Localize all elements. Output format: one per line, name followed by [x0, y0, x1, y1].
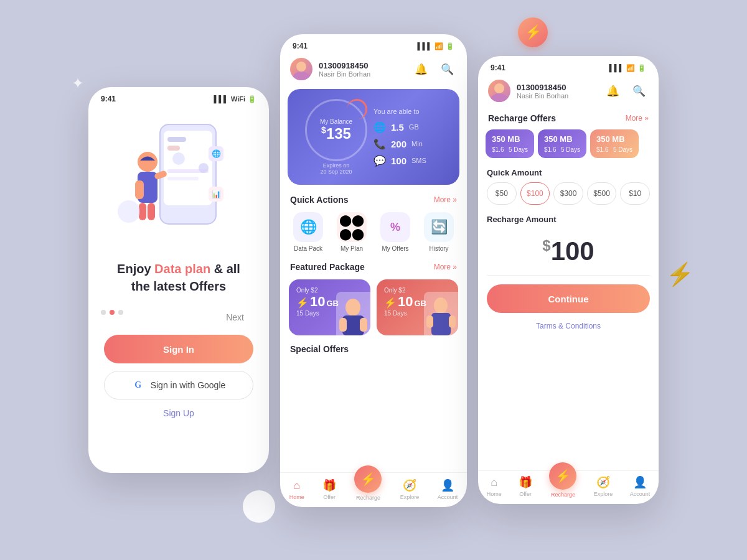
svg-point-7 — [138, 152, 157, 172]
offer-chip-1[interactable]: 350 MB $1.6 5 Days — [486, 129, 534, 158]
offer-chip-2[interactable]: 350 MB $1.6 5 Days — [538, 129, 586, 158]
dots-next-row: Next — [88, 310, 269, 325]
offer-chip-2-details: $1.6 5 Days — [544, 146, 580, 153]
quick-actions-more[interactable]: More » — [434, 195, 457, 204]
svg-point-31 — [494, 83, 504, 93]
search-icon-3[interactable]: 🔍 — [629, 81, 649, 101]
offer-chip-1-mb: 350 MB — [492, 134, 528, 144]
signin-button[interactable]: Sign In — [104, 335, 253, 363]
nav-explore-3[interactable]: 🧭 Explore — [594, 475, 613, 497]
terms-link[interactable]: Tarms & Conditions — [478, 322, 659, 330]
recharge-dollar-sign: $ — [542, 237, 550, 254]
nav-recharge-3[interactable]: ⚡ Recharge — [549, 475, 576, 498]
user-name-2: Nasir Bin Borhan — [319, 70, 370, 78]
nav-explore-2[interactable]: 🧭 Explore — [400, 478, 420, 500]
offer-chip-1-price: $1.6 — [492, 146, 504, 153]
balance-right: You are able to 🌐 1.5 GB 📞 200 Min 💬 100… — [374, 108, 448, 167]
svg-rect-29 — [426, 315, 433, 328]
svg-rect-6 — [167, 177, 199, 180]
nav-home-label-2: Home — [289, 494, 304, 500]
notification-icon-3[interactable]: 🔔 — [603, 81, 622, 101]
header-icons-2[interactable]: 🔔 🔍 — [411, 59, 457, 79]
signal-icon-2: ▌▌▌ — [418, 42, 432, 50]
recharge-amount-section: Recharge Amount $100 — [478, 210, 659, 276]
search-icon-2[interactable]: 🔍 — [437, 59, 457, 79]
home-icon-3: ⌂ — [491, 476, 497, 489]
account-icon-2: 👤 — [441, 478, 454, 492]
nav-offer-2[interactable]: 🎁 Offer — [322, 478, 336, 500]
notification-icon-2[interactable]: 🔔 — [411, 59, 431, 79]
minutes-unit: Min — [411, 140, 423, 147]
amount-100[interactable]: $100 — [520, 182, 550, 205]
nav-offer-3[interactable]: 🎁 Offer — [519, 475, 532, 497]
wifi-icon-2: 📶 — [435, 42, 443, 50]
next-button[interactable]: Next — [226, 312, 256, 322]
wifi-icon-1: WiFi — [231, 95, 245, 103]
nav-recharge-2[interactable]: ⚡ Recharge — [354, 478, 382, 501]
nav-explore-label-3: Explore — [594, 491, 613, 497]
data-gb-value: 1.5 — [391, 122, 404, 133]
avatar-3 — [488, 80, 510, 102]
offer-chip-3[interactable]: 350 MB $1.6 5 Days — [590, 129, 639, 158]
action-data-pack-label: Data Pack — [294, 245, 322, 252]
balance-label: My Balance — [320, 118, 352, 125]
explore-icon-3: 🧭 — [596, 475, 610, 489]
featured-more[interactable]: More » — [434, 263, 457, 271]
offer-chip-1-days: 5 Days — [509, 146, 528, 153]
nav-home-2[interactable]: ⌂ Home — [289, 479, 304, 500]
package-card-1[interactable]: Only $2 ⚡10GB 15 Days — [289, 279, 370, 335]
google-g-icon: G — [132, 379, 144, 391]
nav-home-3[interactable]: ⌂ Home — [487, 476, 502, 497]
svg-text:📊: 📊 — [212, 189, 221, 198]
recharge-center-btn-2[interactable]: ⚡ — [354, 465, 382, 493]
bottom-nav-2: ⌂ Home 🎁 Offer ⚡ Recharge 🧭 Explore 👤 Ac… — [280, 472, 467, 507]
explore-icon-2: 🧭 — [403, 478, 416, 492]
nav-explore-label-2: Explore — [400, 494, 420, 500]
action-data-pack[interactable]: 🌐 Data Pack — [293, 212, 323, 252]
amount-300[interactable]: $300 — [553, 182, 583, 205]
data-pack-icon: 🌐 — [293, 212, 323, 242]
amount-50[interactable]: $50 — [487, 182, 517, 205]
user-details-2: 01300918450 Nasir Bin Borhan — [319, 61, 370, 78]
sms-row: 💬 100 SMS — [374, 155, 448, 167]
nav-account-3[interactable]: 👤 Account — [630, 475, 651, 497]
my-plan-icon: ⬤⬤⬤⬤ — [337, 212, 367, 242]
recharge-center-btn-3[interactable]: ⚡ — [549, 462, 576, 490]
time-3: 9:41 — [491, 63, 505, 72]
svg-point-17 — [199, 163, 209, 173]
offer-chip-3-days: 5 Days — [613, 146, 632, 153]
signup-link[interactable]: Sign Up — [163, 408, 194, 418]
recharge-offers-more[interactable]: More » — [626, 114, 649, 123]
headline-part2: & all — [210, 262, 240, 276]
history-icon: 🔄 — [424, 212, 454, 242]
battery-icon-2: 🔋 — [446, 42, 454, 50]
svg-rect-11 — [148, 203, 155, 220]
header-icons-3[interactable]: 🔔 🔍 — [603, 81, 649, 101]
google-signin-button[interactable]: G Sign in with Google — [104, 371, 253, 399]
login-illustration: 🌐 📊 — [116, 112, 241, 249]
amount-10[interactable]: $10 — [620, 182, 650, 205]
svg-rect-2 — [167, 137, 186, 142]
headline-line2: the latest Offers — [117, 278, 240, 295]
nav-account-label-3: Account — [630, 491, 651, 497]
svg-text:🌐: 🌐 — [212, 149, 221, 158]
phone-recharge: 9:41 ▌▌▌ 📶 🔋 01300918450 Nasir Bin Borha… — [478, 56, 659, 504]
balance-amount: $135 — [321, 125, 351, 142]
recharge-offers-row: 350 MB $1.6 5 Days 350 MB $1.6 5 Days 35… — [478, 127, 659, 163]
package-card-2[interactable]: Only $2 ⚡10GB 15 Days — [377, 279, 458, 335]
status-icons-2: ▌▌▌ 📶 🔋 — [418, 42, 454, 50]
action-history[interactable]: 🔄 History — [424, 212, 454, 252]
quick-actions-row: 🌐 Data Pack ⬤⬤⬤⬤ My Plan % My Offers 🔄 H… — [280, 208, 467, 256]
continue-button[interactable]: Continue — [487, 284, 650, 313]
user-phone-2: 01300918450 — [319, 61, 370, 70]
pkg1-bolt: ⚡ — [296, 297, 309, 309]
svg-point-4 — [172, 152, 185, 165]
time-2: 9:41 — [293, 42, 308, 50]
action-my-plan[interactable]: ⬤⬤⬤⬤ My Plan — [337, 212, 367, 252]
nav-account-2[interactable]: 👤 Account — [438, 478, 458, 500]
amount-500[interactable]: $500 — [587, 182, 617, 205]
action-my-offers[interactable]: % My Offers — [380, 212, 410, 252]
offer-icon-2: 🎁 — [322, 478, 336, 492]
nav-offer-label-3: Offer — [519, 491, 532, 497]
svg-rect-25 — [360, 318, 367, 332]
